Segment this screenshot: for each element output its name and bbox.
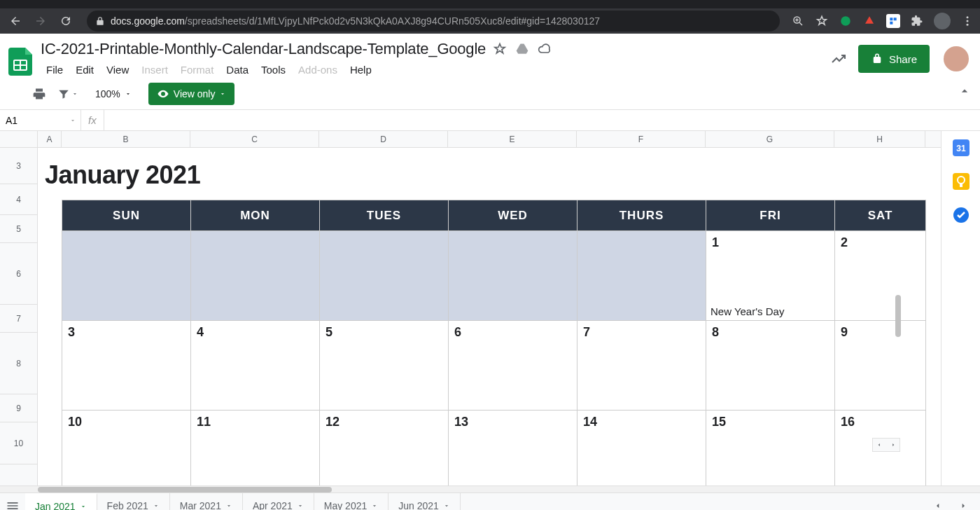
svg-point-3: [967, 20, 969, 22]
calendar-cell[interactable]: 3: [62, 321, 191, 411]
calendar-cell[interactable]: [320, 231, 449, 321]
browser-forward-button[interactable]: [31, 11, 50, 31]
calendar-cell[interactable]: 9: [835, 321, 926, 411]
column-header[interactable]: A: [38, 131, 62, 147]
filter-button[interactable]: [55, 88, 81, 100]
formula-input[interactable]: [104, 110, 980, 130]
row-header[interactable]: 6: [0, 243, 37, 305]
svg-point-1: [841, 16, 850, 26]
horizontal-scrollbar-thumb[interactable]: [38, 487, 332, 492]
calendar-cell[interactable]: 13: [449, 411, 578, 486]
collapse-toolbar-button[interactable]: [958, 84, 972, 98]
calendar-cell[interactable]: [449, 231, 578, 321]
row-header[interactable]: 4: [0, 184, 37, 215]
cell-name-box[interactable]: A1: [0, 110, 81, 130]
chevron-down-icon: [125, 90, 132, 97]
sheets-logo[interactable]: [6, 45, 34, 73]
browser-url-field[interactable]: docs.google.com/spreadsheets/d/1MfLVjpyL…: [87, 11, 780, 32]
select-all-corner[interactable]: [0, 131, 38, 147]
extension-icon-1[interactable]: [839, 14, 853, 28]
calendar-cell[interactable]: [62, 231, 191, 321]
activity-dashboard-icon[interactable]: [830, 50, 847, 67]
menu-tools[interactable]: Tools: [255, 61, 291, 78]
browser-reload-button[interactable]: [56, 11, 76, 31]
column-header[interactable]: F: [577, 131, 706, 147]
fx-label: fx: [81, 110, 104, 130]
side-panel: 31: [941, 131, 980, 485]
print-button[interactable]: [29, 84, 49, 104]
calendar-cell[interactable]: [191, 231, 320, 321]
browser-address-bar: docs.google.com/spreadsheets/d/1MfLVjpyL…: [0, 8, 980, 34]
row-header[interactable]: 7: [0, 305, 37, 333]
all-sheets-button[interactable]: [0, 493, 25, 511]
scroll-right-button[interactable]: [887, 439, 899, 451]
cloud-icon[interactable]: [538, 42, 552, 56]
column-header[interactable]: E: [448, 131, 577, 147]
calendar-cell[interactable]: 7: [578, 321, 706, 411]
column-header[interactable]: D: [319, 131, 448, 147]
calendar-cell[interactable]: 5: [320, 321, 449, 411]
menu-bar: File Edit View Insert Format Data Tools …: [41, 61, 830, 78]
menu-addons[interactable]: Add-ons: [293, 61, 343, 78]
calendar-app-icon[interactable]: 31: [953, 139, 969, 156]
calendar-cell[interactable]: 12: [320, 411, 449, 486]
column-header[interactable]: B: [62, 131, 190, 147]
tasks-app-icon[interactable]: [953, 207, 969, 223]
tabs-scroll-left-button[interactable]: [925, 493, 951, 511]
calendar-cell[interactable]: 1New Year's Day: [706, 231, 835, 321]
scroll-left-button[interactable]: [873, 439, 886, 451]
calendar-cell[interactable]: 11: [191, 411, 320, 486]
sheet-tab[interactable]: Apr 2021: [243, 493, 314, 510]
extension-icon-2[interactable]: [862, 14, 876, 28]
column-header[interactable]: G: [706, 131, 834, 147]
sheet-tab[interactable]: Mar 2021: [170, 493, 243, 510]
extension-icon-3[interactable]: [886, 14, 900, 28]
user-avatar[interactable]: [944, 46, 969, 71]
vertical-scrollbar[interactable]: [895, 295, 901, 337]
column-header[interactable]: H: [834, 131, 925, 147]
menu-help[interactable]: Help: [344, 61, 377, 78]
menu-data[interactable]: Data: [220, 61, 254, 78]
zoom-dropdown[interactable]: 100%: [91, 88, 136, 99]
drive-icon[interactable]: [515, 42, 529, 56]
row-header[interactable]: 8: [0, 333, 37, 394]
sheet-tab[interactable]: May 2021: [314, 493, 388, 510]
calendar-cell[interactable]: 6: [449, 321, 578, 411]
chrome-menu-icon[interactable]: [960, 14, 974, 28]
extensions-puzzle-icon[interactable]: [910, 14, 924, 28]
menu-edit[interactable]: Edit: [70, 61, 99, 78]
star-icon[interactable]: [815, 14, 829, 28]
chrome-profile-avatar[interactable]: [934, 13, 951, 29]
calendar-cell[interactable]: 4: [191, 321, 320, 411]
share-button[interactable]: Share: [858, 45, 930, 73]
chevron-down-icon: [443, 502, 450, 509]
sheet-tab[interactable]: Jan 2021: [25, 493, 97, 510]
calendar-cell[interactable]: 10: [62, 411, 191, 486]
horizontal-scrollbar-track[interactable]: [0, 485, 980, 492]
menu-view[interactable]: View: [101, 61, 134, 78]
chevron-down-icon: [371, 502, 378, 509]
sheet-tab[interactable]: Jun 2021: [388, 493, 461, 510]
row-header[interactable]: 5: [0, 215, 37, 243]
menu-insert[interactable]: Insert: [136, 61, 174, 78]
calendar-cell[interactable]: [578, 231, 706, 321]
column-header[interactable]: C: [190, 131, 319, 147]
document-title[interactable]: IC-2021-Printable-Monthly-Calendar-Lands…: [41, 40, 486, 58]
row-header[interactable]: 3: [0, 148, 37, 184]
calendar-cell[interactable]: 14: [578, 411, 706, 486]
star-outline-icon[interactable]: [493, 42, 507, 56]
calendar-cell[interactable]: 8: [706, 321, 835, 411]
row-header[interactable]: 10: [0, 422, 37, 464]
row-header[interactable]: 9: [0, 394, 37, 422]
calendar-cell[interactable]: 2: [835, 231, 926, 321]
day-header: SAT: [835, 200, 926, 231]
browser-back-button[interactable]: [6, 11, 25, 31]
calendar-cell[interactable]: 15: [706, 411, 835, 486]
zoom-icon[interactable]: [791, 14, 805, 28]
view-only-button[interactable]: View only: [148, 83, 235, 105]
tabs-scroll-right-button[interactable]: [951, 493, 976, 511]
menu-file[interactable]: File: [41, 61, 69, 78]
keep-app-icon[interactable]: [953, 173, 969, 190]
menu-format[interactable]: Format: [175, 61, 220, 78]
sheet-tab[interactable]: Feb 2021: [97, 493, 170, 510]
